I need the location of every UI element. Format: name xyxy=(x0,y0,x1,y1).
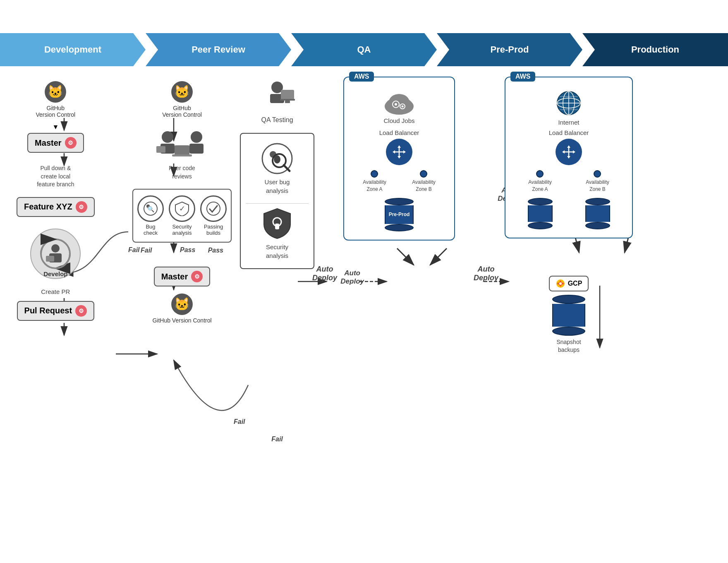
svg-rect-54 xyxy=(281,90,294,100)
lb-icon-prod xyxy=(556,139,582,165)
fail-label-peer: Fail xyxy=(141,247,152,254)
dev-github-label: GitHub Version Control xyxy=(36,105,75,118)
security-shield-icon xyxy=(262,207,292,240)
prod-dbs xyxy=(511,198,626,229)
step-preprod: Pre-Prod xyxy=(437,33,582,66)
svg-point-71 xyxy=(402,106,404,108)
diagram-container: Development Peer Review QA Pre-Prod Prod… xyxy=(0,0,728,563)
svg-text:🐱: 🐱 xyxy=(174,84,190,99)
zone-a-node-prod xyxy=(536,170,544,178)
security-check-label: Security analysis xyxy=(172,224,192,236)
dev-pr-box: Pul Request ⚙ xyxy=(17,301,95,321)
svg-point-61 xyxy=(274,155,280,164)
pass-text-peer: Pass xyxy=(180,246,195,254)
github-icon-peer: 🐱 xyxy=(171,81,193,103)
pass-label-peer: Pass xyxy=(208,247,223,254)
svg-point-38 xyxy=(162,131,173,143)
preprod-zone-b: Availability Zone B xyxy=(412,170,435,193)
zone-a-label-preprod: Availability Zone A xyxy=(363,179,386,193)
peer-review-column: 🐱 GitHubVersion Control Peer code review… xyxy=(136,81,228,324)
svg-rect-40 xyxy=(156,146,165,153)
builds-check-item: Passing builds xyxy=(200,195,227,236)
qa-security-analysis: Security analysis xyxy=(246,207,309,260)
svg-rect-35 xyxy=(46,256,54,262)
fail-label-qa: Fail xyxy=(271,435,283,443)
svg-point-69 xyxy=(395,103,397,106)
develop-circle: Develop xyxy=(29,227,82,281)
security-analysis-label: Security analysis xyxy=(266,243,288,260)
peer-github2: 🐱 GitHub Version Control xyxy=(152,293,211,324)
preprod-db: Pre-Prod xyxy=(350,198,448,231)
security-check-item: ✓ Security analysis xyxy=(169,195,195,236)
qa-column: QA Testing User bug analysis xyxy=(236,81,318,269)
arrow1: ▼ xyxy=(52,121,59,133)
user-bug-analysis: User bug analysis xyxy=(246,142,309,195)
production-column: AWS Internet Load Balancer xyxy=(505,77,633,354)
svg-rect-63 xyxy=(275,224,279,229)
gcp-db xyxy=(552,295,585,336)
git-icon-feature: ⚙ xyxy=(76,201,87,213)
gcp-badge: GCP xyxy=(549,276,589,291)
lb-icon-preprod xyxy=(386,139,412,165)
qa-analysis-box: User bug analysis Security analysis xyxy=(240,133,314,269)
bug-check-item: 🔍 Bug check xyxy=(137,195,164,236)
svg-point-33 xyxy=(51,244,60,253)
preprod-lb-label: Load Balancer xyxy=(379,128,419,137)
gcp-label: GCP xyxy=(568,280,582,287)
svg-text:🐱: 🐱 xyxy=(174,296,190,312)
svg-rect-43 xyxy=(175,145,189,155)
prod-db1 xyxy=(528,198,553,229)
github-icon-peer2: 🐱 xyxy=(171,293,193,315)
user-bug-label: User bug analysis xyxy=(265,178,290,195)
zone-b-label-prod: Availability Zone B xyxy=(586,179,609,193)
fail-text-qa: Fail xyxy=(234,418,245,426)
zone-a-label-prod: Availability Zone A xyxy=(528,179,551,193)
svg-text:🐱: 🐱 xyxy=(48,84,63,99)
persons-icon xyxy=(153,130,211,163)
internet-label: Internet xyxy=(558,118,580,127)
preprod-lb: Load Balancer xyxy=(350,128,448,165)
svg-rect-42 xyxy=(189,144,204,154)
gcp-icon xyxy=(556,279,565,289)
step-peer-review: Peer Review xyxy=(146,33,291,66)
cloud-jobs-label: Cloud Jobs xyxy=(383,116,414,125)
prod-aws-badge: AWS xyxy=(510,72,535,82)
fail-text-peer: Fail xyxy=(128,246,140,254)
github-icon-dev: 🐱 xyxy=(44,81,67,103)
prod-zone-b: Availability Zone B xyxy=(586,170,609,193)
preprod-aws-box: AWS Cloud Jobs Load Balancer xyxy=(343,77,455,241)
peer-review-group: Peer code reviews xyxy=(153,130,211,180)
cloud-icon-preprod xyxy=(383,90,416,115)
auto-deploy-1: AutoDeploy xyxy=(312,265,337,282)
peer-github2-label: GitHub Version Control xyxy=(152,317,211,324)
dev-master-box: Master ⚙ xyxy=(27,133,84,153)
auto-deploy-preprod: AutoDeploy xyxy=(340,269,364,286)
gcp-section: GCP Snapshot backups xyxy=(505,276,633,354)
peer-github: 🐱 GitHubVersion Control xyxy=(162,81,202,118)
zone-b-node-prod xyxy=(594,170,601,178)
git-icon-master2: ⚙ xyxy=(191,271,203,282)
step-qa: QA xyxy=(291,33,437,66)
svg-rect-56 xyxy=(285,101,290,103)
peer-master-box: Master ⚙ xyxy=(154,267,210,286)
svg-point-41 xyxy=(191,131,202,143)
preprod-zones: Availability Zone A Availability Zone B xyxy=(350,170,448,193)
prod-lb: Load Balancer xyxy=(511,128,626,165)
create-pr-label: Create PR xyxy=(41,287,70,296)
qa-testing-label: QA Testing xyxy=(261,115,293,125)
zone-a-node-preprod xyxy=(371,170,378,178)
preprod-column: AWS Cloud Jobs Load Balancer xyxy=(343,77,455,241)
svg-text:✓: ✓ xyxy=(179,205,185,213)
internet: Internet xyxy=(511,90,626,127)
preprod-aws-badge: AWS xyxy=(349,72,374,82)
prod-zone-a: Availability Zone A xyxy=(528,170,551,193)
bug-icon xyxy=(261,142,294,175)
pipeline-banner: Development Peer Review QA Pre-Prod Prod… xyxy=(0,33,728,66)
checks-box: 🔍 Bug check ✓ Security analysis xyxy=(132,189,232,243)
builds-check-label: Passing builds xyxy=(204,224,223,236)
qa-person: QA Testing xyxy=(259,81,296,125)
dev-column: 🐱 GitHub Version Control ▼ Master ⚙ Pull… xyxy=(17,81,95,321)
prod-db2 xyxy=(585,198,610,229)
preprod-db-label: Pre-Prod xyxy=(385,205,414,224)
svg-rect-55 xyxy=(280,99,295,101)
